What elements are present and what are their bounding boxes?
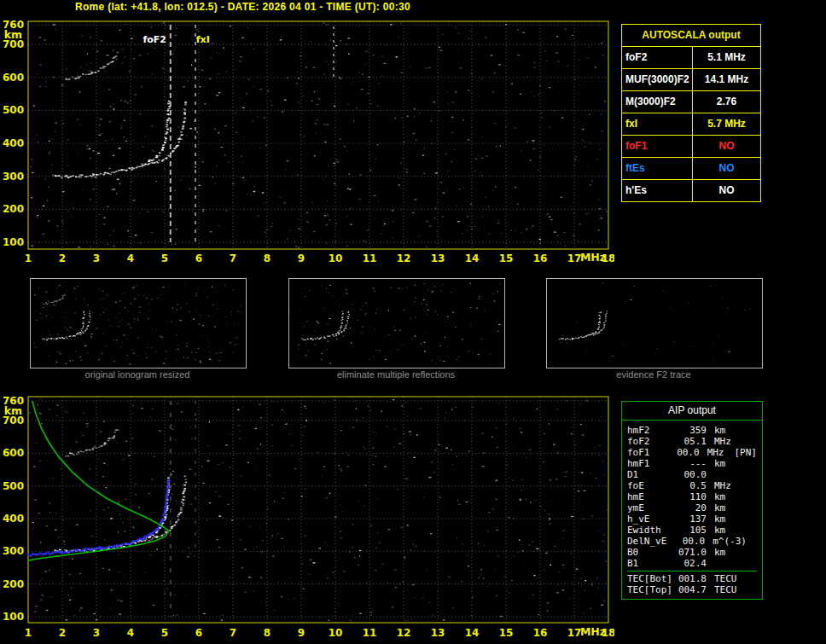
svg-text:km: km bbox=[4, 404, 22, 417]
aip-row-unit: m^(-3) bbox=[713, 536, 747, 547]
autoscala-row-label: fxI bbox=[622, 113, 693, 135]
svg-text:8: 8 bbox=[264, 252, 270, 264]
autoscala-row: M(3000)F22.76 bbox=[622, 91, 760, 113]
aip-row-value: --- bbox=[676, 458, 707, 469]
svg-text:9: 9 bbox=[298, 627, 305, 639]
aip-row-label: ymE bbox=[627, 502, 676, 513]
aip-row-unit: km bbox=[714, 525, 725, 536]
aip-row-label: h_vE bbox=[627, 513, 676, 525]
svg-text:9: 9 bbox=[298, 252, 305, 264]
autoscala-row: h'EsNO bbox=[622, 180, 760, 201]
autoscala-row-value: 5.7 MHz bbox=[693, 113, 760, 135]
aip-row-value: 359 bbox=[676, 425, 707, 436]
svg-text:6: 6 bbox=[195, 627, 202, 639]
svg-text:fxI: fxI bbox=[196, 34, 210, 45]
aip-row-value: 0.5 bbox=[676, 480, 707, 491]
aip-row-label: foF1 bbox=[627, 447, 672, 458]
svg-text:5: 5 bbox=[161, 252, 168, 264]
aip-row-label: TEC[Bot] bbox=[627, 573, 676, 584]
aip-output-panel: AIP output hmF2359kmfoF205.1MHzfoF100.0M… bbox=[621, 401, 763, 600]
aip-row-label: hmE bbox=[627, 491, 676, 502]
thumbnail-caption-eliminate-reflections: eliminate multiple reflections bbox=[288, 369, 503, 380]
svg-text:4: 4 bbox=[127, 252, 134, 264]
autoscala-row: foF25.1 MHz bbox=[622, 47, 760, 69]
autoscala-row-value: 2.76 bbox=[693, 91, 760, 113]
autoscala-row-value: NO bbox=[693, 158, 760, 179]
aip-row-label: DelN_vE bbox=[627, 536, 675, 547]
aip-row: hmF1---km bbox=[627, 458, 757, 469]
svg-text:3: 3 bbox=[93, 252, 100, 264]
aip-row: hmE110km bbox=[627, 491, 757, 502]
aip-row-value: 02.4 bbox=[676, 558, 707, 569]
aip-row-label: Ewidth bbox=[627, 525, 676, 536]
aip-row-note: [PN] bbox=[735, 447, 758, 458]
profile-ionogram-chart: 760700600500400300200100km12345678910111… bbox=[0, 391, 614, 644]
autoscala-row-label: h'Es bbox=[622, 180, 693, 201]
aip-row: D100.0 bbox=[627, 469, 757, 480]
svg-text:600: 600 bbox=[3, 447, 24, 459]
svg-text:200: 200 bbox=[3, 578, 24, 590]
svg-text:MHz: MHz bbox=[580, 251, 606, 264]
svg-text:6: 6 bbox=[195, 252, 202, 264]
aip-row-unit: MHz bbox=[714, 480, 731, 491]
aip-row-value: 20 bbox=[676, 502, 707, 513]
svg-text:km: km bbox=[4, 28, 22, 41]
svg-text:13: 13 bbox=[431, 627, 445, 639]
svg-text:8: 8 bbox=[264, 627, 270, 639]
page-title: Rome (lat: +41.8, lon: 012.5) - DATE: 20… bbox=[75, 1, 410, 13]
autoscala-row-label: MUF(3000)F2 bbox=[622, 69, 693, 90]
aip-row: h_vE137km bbox=[627, 513, 757, 525]
svg-text:13: 13 bbox=[431, 252, 445, 264]
autoscala-row-value: 14.1 MHz bbox=[693, 69, 760, 90]
aip-row: Ewidth105km bbox=[627, 525, 757, 536]
aip-row-label: hmF1 bbox=[627, 458, 676, 469]
aip-row-label: B0 bbox=[627, 547, 676, 558]
autoscala-row-label: foF2 bbox=[622, 47, 693, 68]
aip-row-value: 105 bbox=[676, 525, 707, 536]
svg-text:12: 12 bbox=[397, 627, 411, 639]
aip-row-unit: MHz bbox=[707, 447, 724, 458]
aip-row-unit: km bbox=[714, 502, 725, 513]
aip-row: foF205.1MHz bbox=[627, 436, 757, 447]
thumbnail-caption-f2-trace: evidence F2 trace bbox=[546, 369, 761, 380]
aip-row-unit: km bbox=[714, 491, 725, 502]
autoscala-row-value: 5.1 MHz bbox=[693, 47, 760, 68]
aip-row-unit: km bbox=[714, 547, 725, 558]
svg-text:2: 2 bbox=[59, 627, 66, 639]
aip-row: B0071.0km bbox=[627, 547, 757, 558]
aip-row: foE0.5MHz bbox=[627, 480, 757, 491]
svg-text:11: 11 bbox=[363, 627, 377, 639]
svg-text:16: 16 bbox=[533, 627, 548, 639]
aip-row-value: 004.7 bbox=[676, 584, 707, 595]
aip-row-value: 137 bbox=[676, 513, 707, 525]
svg-text:500: 500 bbox=[3, 480, 24, 492]
svg-text:300: 300 bbox=[3, 171, 24, 183]
svg-text:7: 7 bbox=[230, 252, 236, 264]
autoscala-row: foF1NO bbox=[622, 136, 760, 158]
autoscala-row-label: foF1 bbox=[622, 136, 693, 157]
aip-row-value: 00.0 bbox=[676, 469, 707, 480]
aip-row-value: 05.1 bbox=[676, 436, 707, 447]
aip-row: hmF2359km bbox=[627, 425, 757, 436]
svg-text:15: 15 bbox=[499, 627, 514, 639]
svg-text:7: 7 bbox=[230, 627, 236, 639]
svg-text:2: 2 bbox=[59, 252, 66, 264]
thumbnail-eliminate-reflections bbox=[288, 278, 505, 368]
svg-text:11: 11 bbox=[363, 252, 377, 264]
svg-text:16: 16 bbox=[533, 252, 548, 264]
aip-row: B102.4 bbox=[627, 558, 757, 569]
aip-row-unit: km bbox=[714, 425, 725, 436]
autoscala-row-value: NO bbox=[693, 136, 760, 157]
autoscala-row-label: ftEs bbox=[622, 158, 693, 179]
aip-row-unit: km bbox=[714, 513, 725, 525]
svg-text:1: 1 bbox=[25, 252, 32, 264]
svg-text:500: 500 bbox=[3, 104, 24, 116]
aip-row-label: hmF2 bbox=[627, 425, 676, 436]
aip-row-label: foF2 bbox=[627, 436, 676, 447]
aip-separator bbox=[627, 571, 757, 571]
aip-row-unit: TECU bbox=[714, 573, 737, 584]
aip-row-value: 071.0 bbox=[676, 547, 707, 558]
svg-text:100: 100 bbox=[3, 236, 24, 248]
thumbnail-original-ionogram bbox=[30, 278, 247, 368]
aip-row: TEC[Top]004.7TECU bbox=[627, 584, 757, 595]
